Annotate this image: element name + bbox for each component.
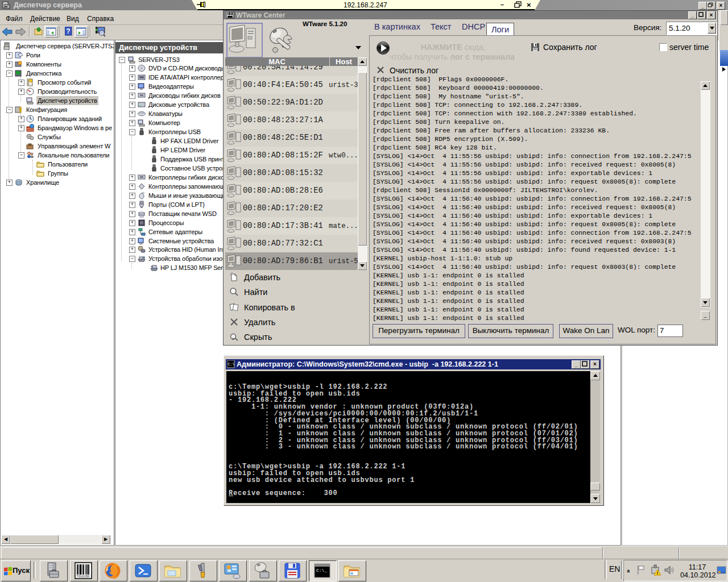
svg-text:C:\: C:\ [228,363,235,367]
svg-text:?: ? [66,27,70,35]
svg-text:!: ! [657,571,659,576]
svg-text:C:\_: C:\_ [316,568,327,573]
svg-text:7010150: 7010150 [76,575,90,578]
